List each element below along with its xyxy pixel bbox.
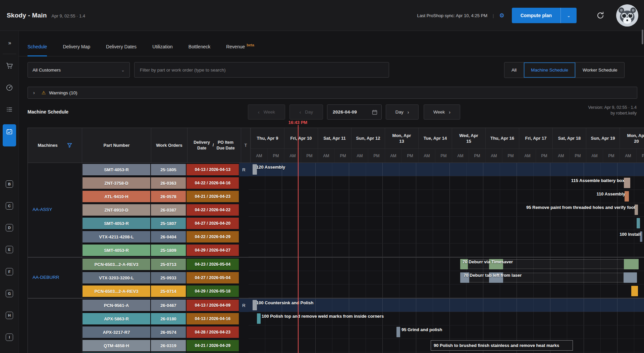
- delivery-date-cell[interactable]: 04-29 / 2026-04-27: [186, 245, 239, 256]
- operation-bar[interactable]: [625, 191, 629, 202]
- part-number-cell[interactable]: APX-5863-R: [83, 313, 150, 324]
- tab-utilization[interactable]: Utilization: [152, 44, 173, 56]
- operation-bar[interactable]: [253, 164, 257, 175]
- filter-icon[interactable]: [67, 143, 72, 148]
- operation-bar[interactable]: [460, 259, 468, 269]
- part-number-cell[interactable]: PCN-9561-A: [83, 300, 150, 311]
- sidebar-item-list[interactable]: [0, 103, 19, 116]
- delivery-date-cell[interactable]: 04-23 / 2026-05-04: [186, 259, 239, 270]
- part-number-cell[interactable]: VTX-4211-4208-L: [83, 231, 150, 242]
- work-order-cell[interactable]: 26-0578: [151, 191, 186, 202]
- operation-bar[interactable]: [640, 231, 642, 242]
- sidebar-item-c[interactable]: C: [0, 202, 19, 210]
- work-order-cell[interactable]: 26-0404: [151, 231, 186, 242]
- part-number-cell[interactable]: ATL-9410-H: [83, 191, 150, 202]
- part-number-cell[interactable]: PCN-6503...2-A-REV3: [83, 285, 150, 297]
- part-number-cell[interactable]: ZNT-3758-D: [83, 177, 150, 189]
- delivery-date-cell[interactable]: 04-22 / 2026-04-16: [186, 177, 239, 189]
- part-number-cell[interactable]: ZNT-8910-D: [83, 204, 150, 216]
- part-number-cell[interactable]: SMT-4053-R: [83, 245, 150, 256]
- operation-span[interactable]: [460, 259, 639, 269]
- operation-span[interactable]: [460, 273, 637, 282]
- sidebar-item-cart[interactable]: [0, 60, 19, 72]
- work-order-cell[interactable]: 25-0933: [151, 272, 186, 283]
- sidebar-item-g[interactable]: G: [0, 290, 19, 298]
- sidebar-item-f[interactable]: F: [0, 268, 19, 276]
- part-number-cell[interactable]: SMT-4053-R: [83, 218, 150, 229]
- part-number-cell[interactable]: VTX-3203-3200-L: [83, 272, 150, 283]
- operation-outline-bar[interactable]: 90 Polish to brushed finish stainless an…: [431, 340, 573, 351]
- work-order-cell[interactable]: 26-0387: [151, 204, 186, 216]
- tab-delivery-dates[interactable]: Delivery Dates: [106, 44, 137, 56]
- work-order-cell[interactable]: 26-0363: [151, 177, 186, 189]
- view-toggle-all[interactable]: All: [504, 62, 524, 78]
- operation-bar[interactable]: [631, 286, 638, 296]
- sidebar-item-h[interactable]: H: [0, 311, 19, 319]
- sidebar-item-schedule-active[interactable]: [3, 124, 16, 146]
- operation-bar[interactable]: [253, 300, 257, 310]
- compute-plan-button[interactable]: Compute plan ⌄: [512, 8, 577, 23]
- operation-bar[interactable]: [635, 205, 638, 215]
- refresh-icon[interactable]: [596, 11, 605, 20]
- delivery-date-cell[interactable]: 04-13 / 2026-04-16: [186, 313, 239, 324]
- operation-bar[interactable]: [624, 259, 639, 269]
- delivery-date-cell[interactable]: 04-21 / 2026-04-29: [186, 340, 239, 351]
- sidebar-item-gauge[interactable]: [0, 82, 19, 94]
- date-picker[interactable]: 2026-04-09: [327, 104, 382, 120]
- delivery-date-cell[interactable]: 04-22 / 2026-04-22: [186, 204, 239, 216]
- operation-bar[interactable]: [257, 313, 261, 324]
- view-toggle-machine-schedule[interactable]: Machine Schedule: [524, 62, 576, 78]
- delivery-date-cell[interactable]: 04-27 / 2026-05-04: [186, 272, 239, 283]
- prev-day-button[interactable]: ‹ Day: [289, 104, 323, 120]
- next-week-button[interactable]: Week ›: [424, 104, 460, 120]
- tab-schedule[interactable]: Schedule: [28, 44, 47, 56]
- tab-bottleneck[interactable]: Bottleneck: [189, 44, 210, 56]
- part-number-cell[interactable]: PCN-6503...2-A-REV3: [83, 259, 150, 270]
- sidebar-item-e[interactable]: E: [0, 246, 19, 254]
- work-order-cell[interactable]: 26-0467: [151, 300, 186, 311]
- work-order-cell[interactable]: 25-1807: [151, 218, 186, 229]
- gear-icon[interactable]: ⚙: [499, 12, 504, 19]
- sidebar-item-d[interactable]: D: [0, 224, 19, 232]
- compute-plan-label[interactable]: Compute plan: [512, 8, 560, 23]
- work-order-cell[interactable]: 25-1809: [151, 245, 186, 256]
- machine-name-link[interactable]: AA-DEBURR: [33, 275, 59, 280]
- compute-plan-dropdown[interactable]: ⌄: [560, 8, 577, 23]
- tab-revenue[interactable]: Revenuebeta: [226, 44, 254, 56]
- search-input[interactable]: [134, 62, 389, 78]
- operation-bar[interactable]: [624, 178, 630, 188]
- delivery-date-cell[interactable]: 04-13 / 2026-04-13: [186, 164, 239, 175]
- customer-filter-select[interactable]: All Customers ⌄: [28, 62, 130, 78]
- operation-bar[interactable]: [637, 218, 640, 228]
- work-order-cell[interactable]: 25-0713: [151, 259, 186, 270]
- tab-delivery-map[interactable]: Delivery Map: [63, 44, 90, 56]
- operation-bar[interactable]: [489, 259, 503, 269]
- vertical-scrollbar[interactable]: [642, 30, 643, 44]
- delivery-date-cell[interactable]: 04-13 / 2026-04-09: [186, 300, 239, 311]
- prev-week-button[interactable]: ‹ Week: [248, 104, 285, 120]
- operation-bar[interactable]: [460, 272, 469, 283]
- sidebar-item-i[interactable]: I: [0, 333, 19, 341]
- sidebar-item-b[interactable]: B: [0, 180, 19, 188]
- view-toggle-worker-schedule[interactable]: Worker Schedule: [576, 62, 624, 78]
- work-order-cell[interactable]: 26-0574: [151, 326, 186, 338]
- work-order-cell[interactable]: 26-0180: [151, 313, 186, 324]
- expand-sidebar-button[interactable]: »: [0, 37, 19, 49]
- delivery-date-cell[interactable]: 04-27 / 2026-04-20: [186, 218, 239, 229]
- operation-bar[interactable]: [624, 272, 637, 283]
- machine-name-link[interactable]: AA-ASSY: [33, 207, 52, 212]
- operation-bar[interactable]: [396, 327, 400, 337]
- work-order-cell[interactable]: 25-0714: [151, 285, 186, 297]
- delivery-date-cell[interactable]: 04-28 / 2026-04-23: [186, 326, 239, 338]
- delivery-date-cell[interactable]: 04-22 / 2026-04-29: [186, 231, 239, 242]
- part-number-cell[interactable]: APX-3217-R7: [83, 326, 150, 338]
- warnings-expander[interactable]: › ⚠ Warnings (10): [28, 87, 637, 99]
- work-order-cell[interactable]: 25-1805: [151, 164, 186, 175]
- work-order-cell[interactable]: 26-0319: [151, 340, 186, 351]
- next-day-button[interactable]: Day ›: [386, 104, 419, 120]
- part-number-cell[interactable]: SMT-4053-R: [83, 164, 150, 175]
- operation-bar[interactable]: [489, 272, 503, 283]
- delivery-date-cell[interactable]: 04-29 / 2026-05-18: [186, 285, 239, 297]
- delivery-date-cell[interactable]: 04-21 / 2026-04-23: [186, 191, 239, 202]
- part-number-cell[interactable]: QTM-4858-H: [83, 340, 150, 351]
